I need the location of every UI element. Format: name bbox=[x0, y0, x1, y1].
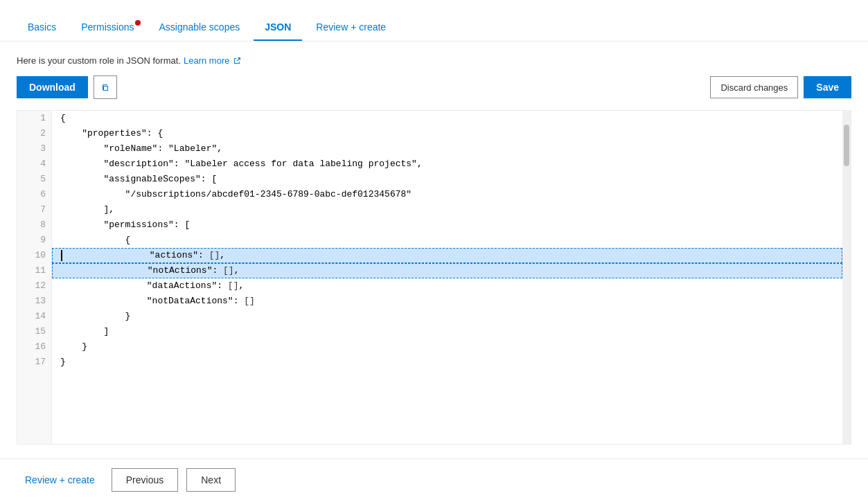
info-line: Here is your custom role in JSON format.… bbox=[17, 55, 851, 66]
text-cursor bbox=[61, 250, 62, 261]
code-line-11[interactable]: "notActions": [], bbox=[52, 263, 842, 278]
learn-more-link[interactable]: Learn more bbox=[184, 55, 241, 66]
toolbar-right: Discard changes Save bbox=[710, 76, 851, 98]
external-link-icon bbox=[233, 57, 241, 65]
line-number-1: 1 bbox=[40, 111, 46, 126]
line-number-9: 9 bbox=[40, 233, 46, 248]
tabs-bar: BasicsPermissionsAssignable scopesJSONRe… bbox=[0, 0, 868, 42]
code-text: "roleName": "Labeler", bbox=[60, 141, 222, 157]
line-number-8: 8 bbox=[40, 217, 46, 233]
code-text: ] bbox=[60, 324, 109, 339]
review-create-footer-button[interactable]: Review + create bbox=[17, 469, 103, 491]
line-number-13: 13 bbox=[35, 294, 46, 309]
copy-button[interactable] bbox=[94, 75, 117, 99]
download-button[interactable]: Download bbox=[17, 76, 88, 98]
line-number-3: 3 bbox=[40, 141, 46, 157]
code-text: } bbox=[60, 309, 130, 324]
line-number-2: 2 bbox=[40, 126, 46, 141]
discard-changes-button[interactable]: Discard changes bbox=[710, 76, 798, 98]
code-area[interactable]: { "properties": { "roleName": "Labeler",… bbox=[52, 111, 842, 444]
json-editor[interactable]: 1234567891011121314151617 { "properties"… bbox=[17, 110, 851, 445]
line-number-15: 15 bbox=[35, 324, 46, 339]
code-line-14[interactable]: } bbox=[52, 309, 842, 324]
code-text: } bbox=[60, 339, 87, 355]
code-line-17[interactable]: } bbox=[52, 355, 842, 370]
code-text: ], bbox=[60, 202, 114, 217]
tab-review-create[interactable]: Review + create bbox=[305, 15, 397, 41]
code-text: "notActions": [], bbox=[61, 263, 239, 278]
line-number-7: 7 bbox=[40, 202, 46, 217]
code-text: "dataActions": [], bbox=[60, 278, 244, 294]
line-number-11: 11 bbox=[35, 263, 46, 278]
main-content: Here is your custom role in JSON format.… bbox=[0, 42, 868, 458]
code-line-3[interactable]: "roleName": "Labeler", bbox=[52, 141, 842, 157]
line-number-6: 6 bbox=[40, 187, 46, 202]
code-text: { bbox=[60, 233, 130, 248]
code-text: "notDataActions": [] bbox=[60, 294, 255, 309]
code-line-6[interactable]: "/subscriptions/abcdef01-2345-6789-0abc-… bbox=[52, 187, 842, 202]
code-line-13[interactable]: "notDataActions": [] bbox=[52, 294, 842, 309]
code-line-10[interactable]: "actions": [], bbox=[52, 248, 842, 263]
code-line-4[interactable]: "description": "Labeler access for data … bbox=[52, 157, 842, 172]
code-text: "permissions": [ bbox=[60, 217, 190, 233]
toolbar: Download Discard changes Save bbox=[17, 75, 851, 99]
tab-basics[interactable]: Basics bbox=[17, 15, 67, 41]
tab-json[interactable]: JSON bbox=[254, 15, 302, 41]
line-number-17: 17 bbox=[35, 355, 46, 370]
code-line-12[interactable]: "dataActions": [], bbox=[52, 278, 842, 294]
scrollbar-thumb[interactable] bbox=[844, 125, 849, 166]
line-number-5: 5 bbox=[40, 172, 46, 187]
line-number-4: 4 bbox=[40, 157, 46, 172]
code-line-8[interactable]: "permissions": [ bbox=[52, 217, 842, 233]
code-text: "description": "Labeler access for data … bbox=[60, 157, 423, 172]
footer: Review + create Previous Next bbox=[0, 458, 868, 500]
code-line-2[interactable]: "properties": { bbox=[52, 126, 842, 141]
code-text: "properties": { bbox=[60, 126, 163, 141]
line-number-16: 16 bbox=[35, 339, 46, 355]
code-line-15[interactable]: ] bbox=[52, 324, 842, 339]
line-number-14: 14 bbox=[35, 309, 46, 324]
line-number-10: 10 bbox=[35, 248, 46, 263]
code-line-1[interactable]: { bbox=[52, 111, 842, 126]
code-line-9[interactable]: { bbox=[52, 233, 842, 248]
line-numbers: 1234567891011121314151617 bbox=[17, 111, 52, 444]
copy-icon bbox=[100, 82, 111, 93]
code-text: } bbox=[60, 355, 66, 370]
code-line-16[interactable]: } bbox=[52, 339, 842, 355]
code-line-7[interactable]: ], bbox=[52, 202, 842, 217]
code-text: "/subscriptions/abcdef01-2345-6789-0abc-… bbox=[60, 187, 411, 202]
code-text: { bbox=[60, 111, 66, 126]
save-button[interactable]: Save bbox=[804, 76, 851, 98]
info-text: Here is your custom role in JSON format. bbox=[17, 55, 181, 66]
next-button[interactable]: Next bbox=[186, 468, 236, 492]
tab-notification-dot bbox=[135, 20, 141, 26]
code-text: "assignableScopes": [ bbox=[60, 172, 217, 187]
previous-button[interactable]: Previous bbox=[112, 468, 178, 492]
code-lines: { "properties": { "roleName": "Labeler",… bbox=[52, 111, 842, 370]
code-line-5[interactable]: "assignableScopes": [ bbox=[52, 172, 842, 187]
tab-assignable-scopes[interactable]: Assignable scopes bbox=[148, 15, 251, 41]
vertical-scrollbar[interactable] bbox=[842, 111, 851, 444]
code-text: "actions": [], bbox=[63, 248, 225, 263]
line-number-12: 12 bbox=[35, 278, 46, 294]
tab-permissions[interactable]: Permissions bbox=[70, 15, 145, 41]
